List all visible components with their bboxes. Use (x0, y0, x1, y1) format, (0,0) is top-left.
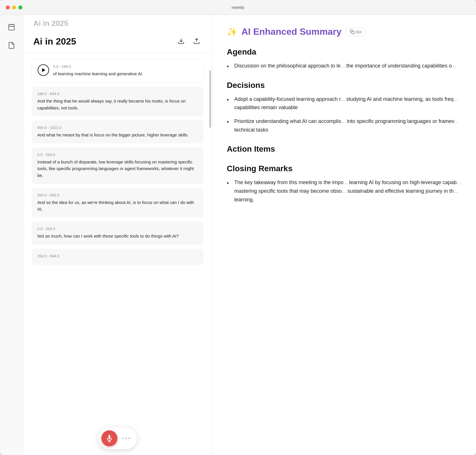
download-button[interactable] (176, 36, 186, 47)
sidebar-item-calendar[interactable] (5, 21, 18, 33)
play-button[interactable] (38, 64, 49, 76)
decisions-list: Adopt a capability-focused learning appr… (227, 95, 462, 134)
timestamp: 564.0 - 565.0 (37, 193, 198, 197)
left-panel: Ai in 2025 Ai in 2025 (23, 15, 212, 455)
transcript-list: 0.0 - 188.0 of learning machine learning… (23, 53, 212, 422)
timestamp: 0.0 - 564.0 (37, 153, 198, 157)
transcript-text: And the thing that he would always say, … (37, 98, 198, 111)
panel-title: Ai in 2025 (33, 36, 76, 47)
sparkle-icon: ✨ (227, 27, 237, 37)
scrollbar-track[interactable] (209, 53, 211, 422)
transcript-item: 254.0 - 564.0 (32, 249, 204, 265)
closing-remarks-heading: Closing Remarks (227, 164, 462, 173)
right-panel: ✨ AI Enhanced Summary Co Agenda Discussi… (212, 15, 476, 455)
svg-marker-6 (42, 68, 45, 72)
transcript-content: 0.0 - 188.0 of learning machine learning… (53, 64, 198, 77)
minimize-button[interactable] (12, 5, 16, 9)
agenda-list: Discussion on the philosophical approach… (227, 62, 462, 70)
traffic-lights (6, 5, 22, 9)
ai-header: ✨ AI Enhanced Summary Co (227, 26, 462, 37)
mic-container (98, 427, 137, 449)
transcript-item: 564.0 - 565.0 And so the idea for us, as… (32, 188, 204, 218)
decisions-heading: Decisions (227, 81, 462, 90)
list-item: Prioritize understanding what AI can acc… (227, 117, 462, 134)
transcript-item: 0.0 - 564.0 Instead of a bunch of dispar… (32, 147, 204, 184)
header-actions (176, 36, 202, 47)
list-item: Discussion on the philosophical approach… (227, 62, 462, 70)
left-panel-header: Ai in 2025 (23, 28, 212, 53)
share-button[interactable] (191, 36, 202, 47)
app-title: meetily (232, 5, 244, 10)
maximize-button[interactable] (18, 5, 22, 9)
transcript-text: Instead of a bunch of disparate, low lev… (37, 159, 198, 179)
closing-remarks-section: Closing Remarks The key takeaway from th… (227, 164, 462, 204)
action-items-section: Action Items (227, 144, 462, 154)
timestamp: 254.0 - 564.0 (37, 254, 198, 258)
close-button[interactable] (6, 5, 10, 9)
svg-rect-9 (352, 31, 354, 34)
closing-list: The key takeaway from this meeting is th… (227, 178, 462, 204)
dot-2 (125, 437, 127, 439)
mic-area (23, 422, 212, 455)
titlebar: meetily (0, 0, 476, 15)
timestamp: 654.0 - 1022.0 (37, 126, 198, 130)
dot-3 (128, 437, 130, 439)
transcript-text: And what he meant by that is focus on th… (37, 132, 198, 138)
sidebar (0, 15, 23, 455)
main-layout: Ai in 2025 Ai in 2025 (0, 15, 476, 455)
list-item: Adopt a capability-focused learning appr… (227, 95, 462, 112)
dot-1 (122, 437, 124, 439)
ai-title: AI Enhanced Summary (241, 26, 342, 37)
copy-button[interactable]: Co (346, 28, 366, 36)
action-items-heading: Action Items (227, 144, 462, 154)
transcript-item: 0.0 - 188.0 of learning machine learning… (32, 59, 204, 82)
transcript-item: 188.0 - 654.0 And the thing that he woul… (32, 86, 204, 116)
sidebar-item-documents[interactable] (5, 39, 18, 52)
scrollbar-thumb[interactable] (209, 70, 211, 128)
transcript-text: And so the idea for us, as we're thinkin… (37, 199, 198, 213)
transcript-text: of learning machine learning and generat… (53, 70, 198, 77)
list-item: The key takeaway from this meeting is th… (227, 178, 462, 204)
mic-button[interactable] (101, 430, 117, 446)
timestamp: 188.0 - 654.0 (37, 92, 198, 96)
decisions-section: Decisions Adopt a capability-focused lea… (227, 81, 462, 134)
transcript-item: 654.0 - 1022.0 And what he meant by that… (32, 120, 204, 143)
transcript-item: 0.0 - 254.0 Not as much, how can I work … (32, 221, 204, 244)
timestamp: 0.0 - 254.0 (37, 227, 198, 231)
timestamp: 0.0 - 188.0 (53, 64, 198, 69)
agenda-section: Agenda Discussion on the philosophical a… (227, 47, 462, 70)
previous-title: Ai in 2025 (23, 15, 212, 28)
dots-indicator (122, 437, 130, 439)
agenda-heading: Agenda (227, 47, 462, 57)
transcript-text: Not as much, how can I work with these s… (37, 233, 198, 239)
copy-label: Co (356, 30, 361, 34)
svg-rect-0 (9, 24, 14, 30)
